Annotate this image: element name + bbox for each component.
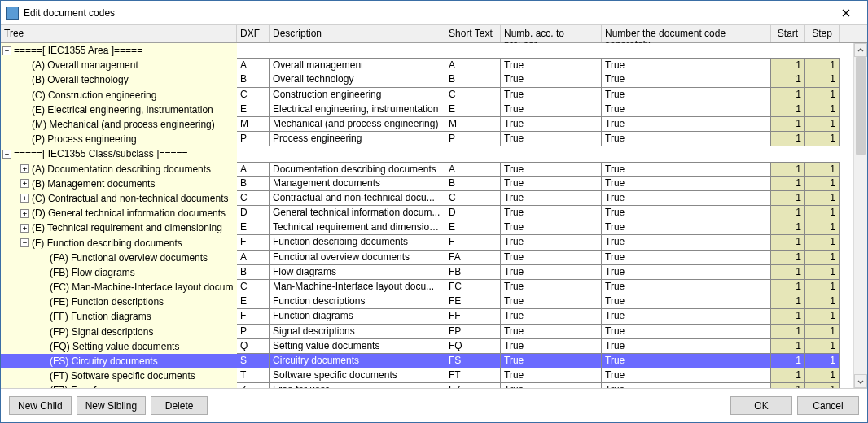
cell-short-text[interactable]: F — [445, 235, 501, 250]
col-description[interactable]: Description — [270, 25, 445, 42]
grid-row[interactable]: BFlow diagramsFBTrueTrue11 — [237, 265, 853, 280]
cell-description[interactable]: Contractual and non-technical docu... — [270, 191, 445, 206]
new-sibling-button[interactable]: New Sibling — [77, 396, 146, 415]
cell-numb-projpar[interactable]: True — [501, 191, 602, 206]
cell-description[interactable]: Flow diagrams — [270, 265, 445, 280]
tree-node[interactable]: (FC) Man-Machine-Interface layout docum — [1, 280, 237, 294]
cell-number-separately[interactable]: True — [602, 235, 771, 250]
cell-number-separately[interactable]: True — [602, 58, 771, 72]
cell-description[interactable]: Electrical engineering, instrumentation — [270, 102, 445, 117]
cell-step[interactable]: 1 — [805, 309, 840, 324]
cell-description[interactable]: Documentation describing documents — [270, 162, 445, 177]
close-button[interactable] — [828, 4, 864, 22]
cell-dxf[interactable]: E — [237, 102, 270, 117]
grid-row[interactable]: ADocumentation describing documentsATrue… — [237, 162, 853, 177]
cell-start[interactable]: 1 — [771, 191, 805, 206]
cell-start[interactable]: 1 — [771, 88, 805, 102]
cell-description[interactable]: Signal descriptions — [270, 325, 445, 339]
grid-row[interactable]: EElectrical engineering, instrumentation… — [237, 102, 853, 117]
grid-row[interactable]: QSetting value documentsFQTrueTrue11 — [237, 339, 853, 354]
grid-row[interactable]: CContractual and non-technical docu...CT… — [237, 191, 853, 206]
grid-row[interactable]: EFunction descriptionsFETrueTrue11 — [237, 294, 853, 309]
cancel-button[interactable]: Cancel — [797, 396, 859, 415]
col-tree[interactable]: Tree — [1, 25, 237, 42]
expand-icon[interactable]: + — [20, 164, 29, 173]
expand-icon[interactable]: + — [20, 224, 29, 233]
cell-number-separately[interactable]: True — [602, 354, 771, 368]
cell-dxf[interactable]: F — [237, 235, 270, 250]
tree-pane[interactable]: −=====[ IEC1355 Area ]=====(A) Overall m… — [1, 43, 237, 388]
cell-step[interactable]: 1 — [805, 220, 840, 235]
tree-node[interactable]: (FF) Function diagrams — [1, 309, 237, 324]
cell-numb-projpar[interactable]: True — [501, 220, 602, 235]
scroll-thumb[interactable] — [856, 57, 866, 155]
cell-dxf[interactable]: B — [237, 177, 270, 191]
cell-short-text[interactable]: E — [445, 102, 501, 117]
cell-number-separately[interactable]: True — [602, 206, 771, 220]
cell-short-text[interactable]: P — [445, 132, 501, 146]
cell-start[interactable]: 1 — [771, 368, 805, 383]
cell-numb-projpar[interactable]: True — [501, 294, 602, 309]
grid-row[interactable]: SCircuitry documentsFSTrueTrue11 — [237, 354, 853, 368]
cell-description[interactable]: Construction engineering — [270, 88, 445, 102]
col-numb-projpar[interactable]: Numb. acc. to proj.par. — [501, 25, 602, 42]
cell-step[interactable]: 1 — [805, 177, 840, 191]
cell-numb-projpar[interactable]: True — [501, 132, 602, 146]
delete-button[interactable]: Delete — [151, 396, 208, 415]
cell-step[interactable]: 1 — [805, 251, 840, 265]
grid-row[interactable]: DGeneral technical information docum...D… — [237, 206, 853, 220]
cell-numb-projpar[interactable]: True — [501, 206, 602, 220]
cell-number-separately[interactable]: True — [602, 162, 771, 177]
tree-node[interactable]: (M) Mechanical (and process engineering) — [1, 117, 237, 132]
cell-description[interactable]: Circuitry documents — [270, 354, 445, 368]
cell-numb-projpar[interactable]: True — [501, 117, 602, 132]
cell-description[interactable]: Overall management — [270, 58, 445, 72]
cell-description[interactable]: Man-Machine-Interface layout docu... — [270, 280, 445, 294]
cell-number-separately[interactable]: True — [602, 191, 771, 206]
cell-start[interactable]: 1 — [771, 325, 805, 339]
tree-node[interactable]: (FS) Circuitry documents — [1, 354, 237, 368]
cell-dxf[interactable]: E — [237, 220, 270, 235]
grid-row[interactable]: ETechnical requirement and dimensioni...… — [237, 220, 853, 235]
tree-node[interactable]: (E) Electrical engineering, instrumentat… — [1, 102, 237, 117]
tree-node[interactable]: +(C) Contractual and non-technical docum… — [1, 191, 237, 206]
cell-step[interactable]: 1 — [805, 102, 840, 117]
cell-step[interactable]: 1 — [805, 191, 840, 206]
collapse-icon[interactable]: − — [2, 150, 11, 159]
cell-start[interactable]: 1 — [771, 309, 805, 324]
cell-number-separately[interactable]: True — [602, 368, 771, 383]
cell-short-text[interactable]: FC — [445, 280, 501, 294]
tree-node[interactable]: (B) Overall technology — [1, 72, 237, 87]
cell-number-separately[interactable]: True — [602, 251, 771, 265]
cell-description[interactable]: Process engineering — [270, 132, 445, 146]
cell-number-separately[interactable]: True — [602, 72, 771, 87]
cell-dxf[interactable]: M — [237, 117, 270, 132]
cell-short-text[interactable]: FQ — [445, 339, 501, 354]
vertical-scrollbar[interactable] — [853, 43, 867, 388]
cell-description[interactable]: Function descriptions — [270, 294, 445, 309]
cell-numb-projpar[interactable]: True — [501, 368, 602, 383]
cell-number-separately[interactable]: True — [602, 294, 771, 309]
tree-node[interactable]: (FP) Signal descriptions — [1, 325, 237, 339]
cell-description[interactable]: General technical information docum... — [270, 206, 445, 220]
tree-node[interactable]: (P) Process engineering — [1, 132, 237, 146]
cell-dxf[interactable]: C — [237, 88, 270, 102]
cell-short-text[interactable]: FF — [445, 309, 501, 324]
cell-numb-projpar[interactable]: True — [501, 102, 602, 117]
cell-number-separately[interactable]: True — [602, 265, 771, 280]
cell-dxf[interactable]: F — [237, 309, 270, 324]
grid-row[interactable]: PProcess engineeringPTrueTrue11 — [237, 132, 853, 146]
cell-start[interactable]: 1 — [771, 206, 805, 220]
cell-numb-projpar[interactable]: True — [501, 251, 602, 265]
cell-step[interactable]: 1 — [805, 88, 840, 102]
tree-node[interactable]: (FQ) Setting value documents — [1, 339, 237, 354]
cell-short-text[interactable]: FT — [445, 368, 501, 383]
cell-number-separately[interactable]: True — [602, 117, 771, 132]
cell-numb-projpar[interactable]: True — [501, 354, 602, 368]
cell-dxf[interactable]: P — [237, 132, 270, 146]
cell-short-text[interactable]: FE — [445, 294, 501, 309]
cell-step[interactable]: 1 — [805, 117, 840, 132]
cell-dxf[interactable]: Q — [237, 339, 270, 354]
cell-dxf[interactable]: E — [237, 294, 270, 309]
cell-short-text[interactable]: B — [445, 177, 501, 191]
